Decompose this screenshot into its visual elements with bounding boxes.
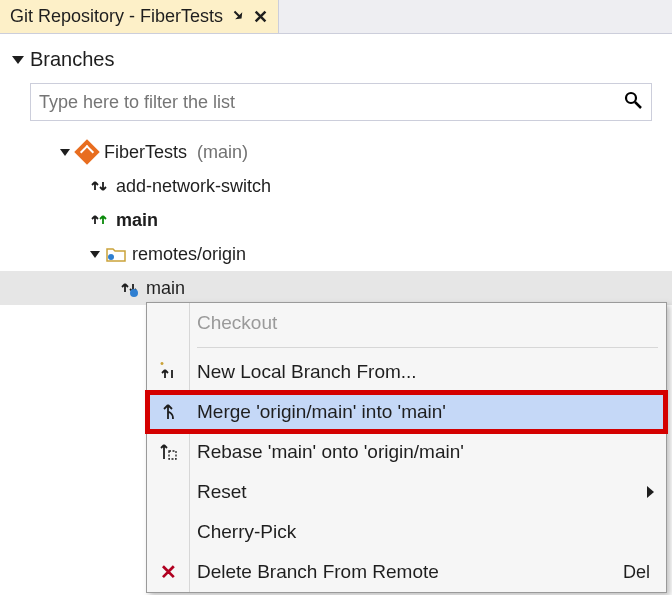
menu-shortcut: Del [623,562,666,583]
expand-caret-icon [90,251,100,258]
menu-item-checkout: Checkout [147,303,666,343]
branch-label: main [146,278,185,299]
collapse-caret-icon [12,56,24,64]
remote-branch-node[interactable]: main [0,271,672,305]
branch-icon [90,210,110,230]
rebase-icon [147,442,189,462]
active-tab[interactable]: Git Repository - FiberTests ✕ [0,0,279,33]
repo-icon [76,141,98,163]
delete-icon: ✕ [147,560,189,584]
menu-separator [197,347,658,348]
remotes-node[interactable]: remotes/origin [30,237,672,271]
branch-icon [90,176,110,196]
svg-line-1 [635,102,641,108]
svg-point-0 [626,93,636,103]
remote-folder-icon [106,245,126,263]
close-icon[interactable]: ✕ [253,6,268,28]
expand-caret-icon [60,149,70,156]
local-branch-node[interactable]: main [30,203,672,237]
tab-title: Git Repository - FiberTests [10,6,223,27]
menu-label: Merge 'origin/main' into 'main' [189,401,666,423]
tab-bar: Git Repository - FiberTests ✕ [0,0,672,34]
merge-icon [147,402,189,422]
remotes-label: remotes/origin [132,244,246,265]
filter-box[interactable] [30,83,652,121]
menu-item-cherry-pick[interactable]: Cherry-Pick [147,512,666,552]
menu-label: Cherry-Pick [189,521,666,543]
menu-label: Checkout [189,312,666,334]
filter-input[interactable] [39,92,623,113]
new-branch-icon [147,362,189,382]
branch-label: main [116,210,158,231]
submenu-arrow-icon [647,486,654,498]
repo-node[interactable]: FiberTests (main) [30,135,672,169]
branches-section-header[interactable]: Branches [0,34,672,75]
menu-item-reset[interactable]: Reset [147,472,666,512]
menu-label: Reset [189,481,666,503]
local-branch-node[interactable]: add-network-switch [30,169,672,203]
repo-name: FiberTests [104,142,187,163]
pin-icon[interactable] [231,6,245,27]
menu-label: Rebase 'main' onto 'origin/main' [189,441,666,463]
menu-item-rebase[interactable]: Rebase 'main' onto 'origin/main' [147,432,666,472]
branch-label: add-network-switch [116,176,271,197]
menu-label: New Local Branch From... [189,361,666,383]
svg-point-3 [130,289,138,297]
branch-tree: FiberTests (main) add-network-switch mai… [0,131,672,305]
current-branch-hint: (main) [197,142,248,163]
svg-point-2 [108,254,114,260]
section-title: Branches [30,48,115,71]
branch-context-menu: Checkout New Local Branch From... Merge … [146,302,667,593]
search-icon[interactable] [623,90,643,115]
remote-branch-icon [120,278,140,298]
menu-item-delete-remote-branch[interactable]: ✕ Delete Branch From Remote Del [147,552,666,592]
menu-item-new-local-branch[interactable]: New Local Branch From... [147,352,666,392]
svg-rect-4 [169,451,176,459]
menu-item-merge[interactable]: Merge 'origin/main' into 'main' [147,392,666,432]
menu-label: Delete Branch From Remote [189,561,623,583]
